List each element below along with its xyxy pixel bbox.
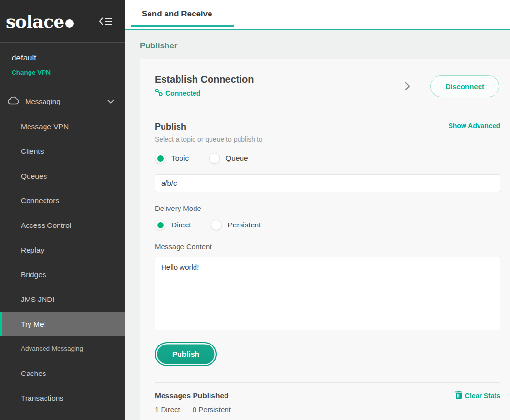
delivery-mode-radio-group: Direct Persistent: [155, 220, 500, 230]
delivery-mode-label: Delivery Mode: [155, 204, 500, 212]
radio-persistent-circle[interactable]: [211, 220, 222, 230]
logo-dot-icon: [65, 19, 74, 28]
logo-text: solace: [6, 11, 64, 31]
radio-queue-label: Queue: [225, 154, 248, 163]
sidebar-item-jms-jndi[interactable]: JMS JNDI: [0, 287, 125, 312]
connection-title: Establish Connection: [155, 74, 401, 85]
sidebar-item-access-control[interactable]: Access Control: [0, 213, 125, 238]
sidebar: solace default Change VPN: [0, 0, 125, 420]
direct-count: 1 Direct: [155, 405, 180, 414]
radio-direct-label: Direct: [171, 221, 191, 229]
link-icon: [155, 89, 163, 98]
establish-connection-row: Establish Connection Connected: [155, 59, 500, 98]
radio-persistent-label: Persistent: [227, 221, 261, 229]
cloud-icon: [8, 96, 19, 106]
destination-radio-group: Topic Queue: [155, 153, 500, 164]
connection-status-label: Connected: [165, 90, 200, 97]
publisher-section-title: Publisher: [125, 30, 510, 59]
topic-input[interactable]: [155, 174, 500, 192]
clear-stats-label: Clear Stats: [465, 392, 500, 400]
sidebar-item-connectors[interactable]: Connectors: [0, 188, 125, 213]
clear-stats-button[interactable]: Clear Stats: [455, 391, 500, 400]
publish-button[interactable]: Publish: [155, 342, 217, 366]
sidebar-bottom-divider: [0, 416, 125, 420]
trash-icon: [455, 391, 462, 400]
tab-send-and-receive[interactable]: Send and Receive: [131, 0, 234, 27]
solace-logo: solace: [6, 11, 74, 31]
sidebar-item-clients[interactable]: Clients: [0, 139, 125, 164]
sidebar-item-message-vpn[interactable]: Message VPN: [0, 114, 125, 139]
publish-subtitle: Select a topic or queue to publish to: [155, 135, 500, 143]
connection-info: Establish Connection Connected: [155, 74, 401, 98]
sidebar-nav: Messaging Message VPN Clients Queues Con…: [0, 88, 125, 420]
radio-direct-circle[interactable]: [155, 220, 165, 230]
publish-title: Publish: [155, 122, 448, 132]
stats-counts: 1 Direct 0 Persistent: [155, 405, 500, 414]
sidebar-item-replay[interactable]: Replay: [0, 238, 125, 262]
sidebar-header: solace: [0, 0, 125, 43]
sidebar-item-try-me[interactable]: Try Me!: [0, 312, 125, 336]
show-advanced-link[interactable]: Show Advanced: [448, 122, 500, 130]
vertical-divider: [421, 75, 421, 98]
sidebar-section-messaging[interactable]: Messaging: [0, 88, 125, 114]
vpn-name: default: [12, 53, 113, 63]
chevron-down-icon[interactable]: [107, 97, 114, 105]
stats-title: Messages Published: [155, 391, 455, 400]
radio-topic[interactable]: Topic: [155, 153, 189, 164]
persistent-count: 0 Persistent: [193, 405, 231, 414]
vpn-block: default Change VPN: [0, 43, 125, 88]
main-area: Send and Receive Publisher Establish Con…: [125, 0, 510, 420]
messages-published-section: Messages Published: [155, 383, 500, 414]
message-content-textarea[interactable]: Hello world!: [155, 257, 500, 330]
sidebar-item-transactions[interactable]: Transactions: [0, 386, 125, 410]
collapse-sidebar-icon[interactable]: [99, 16, 112, 26]
sidebar-item-queues[interactable]: Queues: [0, 164, 125, 188]
sidebar-item-bridges[interactable]: Bridges: [0, 262, 125, 287]
divider: [155, 110, 500, 110]
change-vpn-link[interactable]: Change VPN: [12, 69, 113, 76]
content: Publisher Establish Connection: [125, 30, 510, 420]
publisher-card: Establish Connection Connected: [140, 59, 510, 420]
radio-direct[interactable]: Direct: [155, 220, 191, 230]
disconnect-button[interactable]: Disconnect: [430, 75, 499, 97]
radio-topic-circle[interactable]: [155, 153, 165, 164]
sidebar-section-label: Messaging: [25, 97, 107, 105]
topbar: Send and Receive: [125, 0, 510, 30]
connection-status: Connected: [155, 89, 401, 98]
radio-queue[interactable]: Queue: [209, 153, 248, 164]
radio-queue-circle[interactable]: [209, 153, 220, 164]
radio-topic-label: Topic: [171, 154, 189, 163]
message-content-label: Message Content: [155, 242, 500, 251]
stats-header: Messages Published: [155, 391, 500, 400]
chevron-right-icon[interactable]: [401, 81, 421, 91]
publish-header: Publish Show Advanced: [155, 122, 500, 132]
radio-persistent[interactable]: Persistent: [211, 220, 261, 230]
sidebar-item-advanced-messaging[interactable]: Advanced Messaging: [0, 336, 125, 361]
tab-label: Send and Receive: [142, 9, 212, 19]
app-window: solace default Change VPN: [0, 0, 510, 420]
sidebar-item-caches[interactable]: Caches: [0, 361, 125, 386]
